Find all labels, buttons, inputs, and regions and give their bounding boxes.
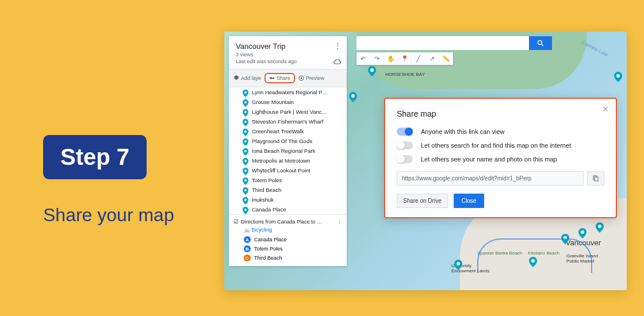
map-sidebar: Vancouver Trip 3 views Last edit was sec… <box>229 36 347 266</box>
step-badge: Step 7 <box>43 135 147 179</box>
direction-stop[interactable]: BTotem Poles <box>233 244 342 253</box>
cloud-icon[interactable] <box>333 59 341 66</box>
place-label: Lighthouse Park | West Vanc… <box>252 109 327 115</box>
map-pin-icon[interactable] <box>596 222 604 233</box>
place-item[interactable]: Grouse Mountain <box>229 97 347 107</box>
share-option-name[interactable]: Let others see your name and photo on th… <box>397 155 604 163</box>
direction-stop[interactable]: ACanada Place <box>233 235 342 244</box>
pin-icon <box>243 109 248 115</box>
directions-title[interactable]: ☑ Directions from Canada Place to … ⋮ <box>233 218 342 225</box>
map-pin-icon[interactable] <box>349 92 357 102</box>
place-label: Steveston Fisherman's Wharf <box>252 118 323 125</box>
search-bar <box>356 36 552 50</box>
svg-point-10 <box>301 78 302 79</box>
svg-point-18 <box>244 160 247 162</box>
pin-icon <box>243 187 248 193</box>
copy-button[interactable] <box>587 171 604 186</box>
place-item[interactable]: Third Beach <box>229 185 347 195</box>
undo-button[interactable]: ↶ <box>356 52 370 65</box>
stop-label: Canada Place <box>254 237 287 242</box>
svg-point-5 <box>598 225 601 228</box>
toggle-link-view[interactable] <box>397 128 413 136</box>
map-pin-icon[interactable] <box>578 228 586 238</box>
search-icon <box>537 40 544 47</box>
share-url-input[interactable] <box>397 171 584 186</box>
place-item[interactable]: Lynn Headwaters Regional P… <box>229 87 347 97</box>
map-title[interactable]: Vancouver Trip <box>236 42 340 51</box>
pin-icon <box>243 90 248 95</box>
stop-label: Third Beach <box>254 255 282 261</box>
share-button[interactable]: Share <box>264 73 295 83</box>
pin-icon <box>243 197 248 203</box>
more-menu-icon[interactable]: ⋮ <box>334 42 341 50</box>
toggle-search[interactable] <box>397 141 413 149</box>
pin-icon <box>243 207 248 213</box>
pin-icon <box>243 168 248 174</box>
map-pin-icon[interactable] <box>614 72 622 82</box>
share-option-link[interactable]: Anyone with this link can view <box>397 128 604 136</box>
place-item[interactable]: Lighthouse Park | West Vanc… <box>229 107 347 117</box>
add-layer-button[interactable]: Add laye <box>231 73 263 83</box>
place-item[interactable]: Iona Beach Regional Park <box>229 146 347 156</box>
place-label: Third Beach <box>252 187 281 193</box>
map-pin-icon[interactable] <box>454 260 462 270</box>
search-input[interactable] <box>356 36 529 50</box>
hand-tool[interactable]: ✋ <box>384 52 398 65</box>
toggle-name[interactable] <box>397 155 413 163</box>
place-label: Totem Poles <box>252 177 282 183</box>
svg-point-22 <box>244 199 247 201</box>
stop-letter-icon: C <box>244 255 251 261</box>
close-icon[interactable]: ✕ <box>602 105 609 114</box>
svg-point-14 <box>244 121 247 123</box>
place-label: Canada Place <box>252 206 286 213</box>
place-item[interactable]: Inukshuk <box>229 195 347 205</box>
pin-icon <box>243 138 248 144</box>
pin-icon <box>243 129 248 134</box>
preview-button[interactable]: Preview <box>296 73 327 83</box>
svg-point-17 <box>244 150 247 152</box>
place-item[interactable]: Metropolis at Metrotown <box>229 156 347 165</box>
place-item[interactable]: Greenheart TreeWalk <box>229 126 347 136</box>
app-screenshot: HORSESHOE BAY Capilano Lake Vancouver Sp… <box>224 32 627 290</box>
stop-letter-icon: A <box>244 236 251 243</box>
place-label: Metropolis at Metrotown <box>252 157 310 164</box>
place-item[interactable]: Canada Place <box>229 205 347 214</box>
direction-stop[interactable]: CThird Beach <box>233 253 342 263</box>
map-pin-icon[interactable] <box>368 66 376 76</box>
stop-label: Totem Poles <box>254 246 283 252</box>
line-tool[interactable]: ╱ <box>412 52 425 65</box>
directions-layer: ☑ Directions from Canada Place to … ⋮ 🚲 … <box>229 214 347 266</box>
svg-point-11 <box>244 91 247 94</box>
place-label: Iona Beach Regional Park <box>252 148 315 154</box>
copy-icon <box>592 175 599 182</box>
more-icon[interactable]: ⋮ <box>337 219 342 225</box>
close-button[interactable]: Close <box>454 194 485 208</box>
svg-point-2 <box>351 94 355 98</box>
sidebar-toolbar: Add laye Share Preview <box>229 69 347 87</box>
marker-tool[interactable]: 📍 <box>398 52 412 65</box>
search-button[interactable] <box>529 36 552 50</box>
share-drive-button[interactable]: Share on Drive <box>397 194 448 208</box>
last-edit: Last edit was seconds ago <box>236 59 340 64</box>
places-list: Lynn Headwaters Regional P…Grouse Mounta… <box>229 87 347 214</box>
svg-point-3 <box>581 230 584 234</box>
place-item[interactable]: Playground Of The Gods <box>229 136 347 146</box>
measure-tool[interactable]: 📏 <box>439 52 453 65</box>
directions-tool[interactable]: ↗ <box>425 52 439 65</box>
dialog-title: Share map <box>397 109 604 118</box>
place-item[interactable]: Steveston Fisherman's Wharf <box>229 117 347 126</box>
stop-letter-icon: B <box>244 245 251 252</box>
place-item[interactable]: Whytecliff Lookout Point <box>229 165 347 175</box>
share-option-search[interactable]: Let others search for and find this map … <box>397 141 604 149</box>
route-line <box>477 238 592 273</box>
place-item[interactable]: Totem Poles <box>229 175 347 185</box>
svg-point-6 <box>457 262 460 265</box>
pin-icon <box>243 99 248 105</box>
travel-mode[interactable]: 🚲 Bicycling <box>233 225 342 235</box>
redo-button[interactable]: ↷ <box>370 52 384 65</box>
pin-icon <box>243 178 248 183</box>
step-caption: Share your map <box>43 203 174 228</box>
instruction-panel: Step 7 Share your map <box>43 135 174 228</box>
views-count: 3 views <box>236 52 340 57</box>
svg-point-23 <box>244 209 247 211</box>
